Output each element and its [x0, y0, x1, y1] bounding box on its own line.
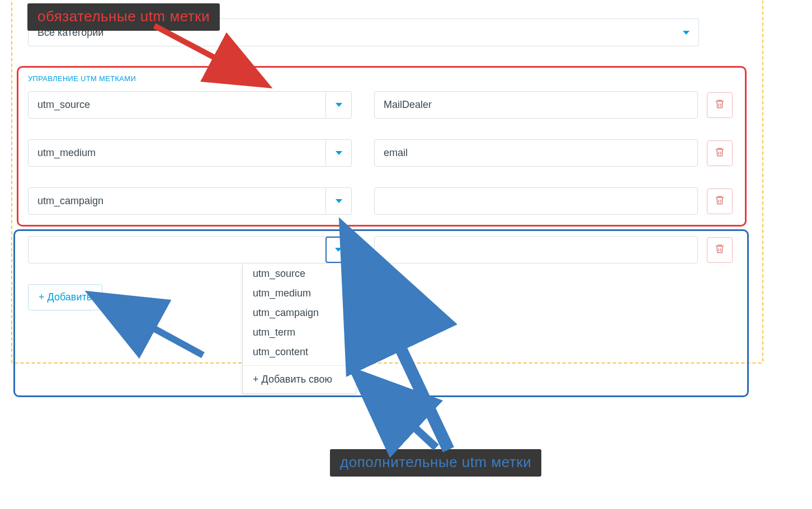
utm-value-input[interactable]	[374, 236, 698, 263]
callout-required: обязательные utm метки	[27, 3, 220, 31]
select-caret-button[interactable]	[325, 140, 351, 166]
chevron-down-icon	[335, 248, 342, 252]
chevron-down-icon	[336, 103, 342, 107]
add-utm-button[interactable]: + Добавить	[28, 284, 102, 310]
callout-optional: дополнительные utm метки	[330, 449, 541, 477]
select-caret-button[interactable]	[325, 237, 351, 263]
dropdown-option[interactable]: utm_content	[243, 342, 356, 362]
utm-row: utm_campaign	[28, 187, 733, 215]
utm-key-select[interactable]: utm_source	[28, 91, 352, 119]
dropdown-option[interactable]: utm_term	[243, 323, 356, 342]
dropdown-option[interactable]: utm_medium	[243, 284, 356, 303]
utm-value-input[interactable]: MailDealer	[374, 91, 698, 119]
utm-key-select-open[interactable]	[28, 236, 352, 263]
select-caret-button[interactable]	[325, 92, 351, 118]
delete-row-button[interactable]	[707, 237, 733, 263]
select-caret-button[interactable]	[325, 188, 351, 214]
chevron-down-icon	[336, 151, 342, 155]
chevron-down-icon	[683, 31, 690, 35]
dropdown-option[interactable]: utm_source	[243, 264, 356, 284]
delete-row-button[interactable]	[707, 188, 733, 214]
utm-row: utm_medium email	[28, 139, 733, 167]
trash-icon	[714, 98, 725, 112]
utm-key-value: utm_medium	[29, 147, 325, 159]
utm-key-select[interactable]: utm_campaign	[28, 187, 352, 215]
utm-row: utm_source MailDealer	[28, 91, 733, 119]
utm-key-value: utm_campaign	[29, 195, 325, 207]
utm-key-value: utm_source	[29, 99, 325, 111]
add-utm-label: + Добавить	[39, 291, 92, 303]
dropdown-add-custom[interactable]: + Добавить свою	[243, 365, 356, 393]
chevron-down-icon	[336, 199, 342, 203]
utm-value-input[interactable]: email	[374, 139, 698, 167]
trash-icon	[714, 243, 725, 257]
delete-row-button[interactable]	[707, 140, 733, 166]
dropdown-option[interactable]: utm_campaign	[243, 303, 356, 323]
label-utm-section: УПРАВЛЕНИЕ UTM МЕТКАМИ	[28, 74, 136, 83]
utm-key-select[interactable]: utm_medium	[28, 139, 352, 167]
delete-row-button[interactable]	[707, 92, 733, 118]
trash-icon	[714, 146, 725, 161]
utm-key-dropdown: utm_source utm_medium utm_campaign utm_t…	[242, 264, 356, 394]
utm-value-text: email	[384, 147, 408, 159]
utm-row-extra	[28, 236, 733, 263]
utm-value-text: MailDealer	[384, 99, 432, 111]
utm-value-input[interactable]	[374, 187, 698, 215]
trash-icon	[714, 194, 725, 209]
